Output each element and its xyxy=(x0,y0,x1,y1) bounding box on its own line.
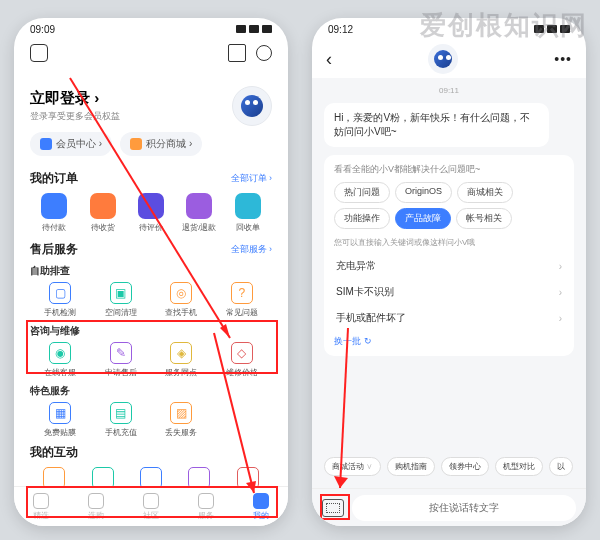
label: 退货/退款 xyxy=(182,222,216,233)
chip-points[interactable]: 积分商城 › xyxy=(120,132,202,156)
label: 待评价 xyxy=(139,222,163,233)
battery-icon xyxy=(262,25,272,33)
pill-hot[interactable]: 热门问题 xyxy=(334,182,390,203)
order-refund[interactable]: 退货/退款 xyxy=(175,193,223,233)
label: 精选 xyxy=(33,510,49,521)
chat-time: 09:11 xyxy=(324,86,574,95)
points-icon xyxy=(130,138,142,150)
orders-all-link[interactable]: 全部订单 › xyxy=(231,172,273,185)
label: 申请售后 xyxy=(105,367,137,378)
pill-mall[interactable]: 商城相关 xyxy=(457,182,513,203)
label: 在线客服 xyxy=(44,367,76,378)
more-icon[interactable]: ••• xyxy=(554,51,572,67)
after-all-link[interactable]: 全部服务 › xyxy=(231,243,273,256)
label: SIM卡不识别 xyxy=(336,285,394,299)
pill-coupon[interactable]: 领券中心 xyxy=(441,457,489,476)
group-selfcheck: 自助排查 xyxy=(30,264,272,278)
tab-service[interactable]: 服务 xyxy=(178,487,233,526)
chat-avatar[interactable] xyxy=(428,44,458,74)
tab-featured[interactable]: 精选 xyxy=(14,487,69,526)
label: 常见问题 xyxy=(226,307,258,318)
label: 充电异常 xyxy=(336,259,376,273)
chevron-right-icon: › xyxy=(559,313,562,324)
interact-icon[interactable] xyxy=(140,467,162,486)
item-find[interactable]: ◎查找手机 xyxy=(151,282,212,318)
label: 维修价格 xyxy=(226,367,258,378)
bubble-subtitle: 您可以直接输入关键词或像这样问小V哦 xyxy=(334,237,564,248)
bubble-title: 看看全能的小V都能解决什么问题吧~ xyxy=(334,163,564,176)
watermark: 爱创根知识网 xyxy=(420,8,588,43)
group-special: 特色服务 xyxy=(30,384,272,398)
status-time: 09:12 xyxy=(328,24,353,35)
label: 手机或配件坏了 xyxy=(336,311,406,325)
voice-input-button[interactable]: 按住说话转文字 xyxy=(352,495,576,521)
after-title: 售后服务 xyxy=(30,241,78,258)
avatar[interactable] xyxy=(232,86,272,126)
pill-fault[interactable]: 产品故障 xyxy=(395,208,451,229)
item-lost[interactable]: ▨丢失服务 xyxy=(151,402,212,438)
pill-function[interactable]: 功能操作 xyxy=(334,208,390,229)
status-bar: 09:09 xyxy=(14,18,288,40)
label: 社区 xyxy=(143,510,159,521)
pill-promo[interactable]: 商城活动 ∨ xyxy=(324,457,381,476)
back-icon[interactable]: ‹ xyxy=(326,49,332,70)
interact-icon[interactable] xyxy=(43,467,65,486)
item-free-film[interactable]: ▦免费贴膜 xyxy=(30,402,91,438)
item-service-point[interactable]: ◈服务网点 xyxy=(151,342,212,378)
question-charge[interactable]: 充电异常› xyxy=(334,253,564,279)
wifi-icon xyxy=(249,25,259,33)
item-online-service[interactable]: ◉在线客服 xyxy=(30,342,91,378)
input-bar: 按住说话转文字 xyxy=(312,488,586,526)
pill-originos[interactable]: OriginOS xyxy=(395,182,452,203)
tab-community[interactable]: 社区 xyxy=(124,487,179,526)
label: 回收单 xyxy=(236,222,260,233)
order-pending-receive[interactable]: 待收货 xyxy=(78,193,126,233)
phone-right: 09:12 ‹ ••• 09:11 Hi，亲爱的V粉，新年快乐！有什么问题，不妨… xyxy=(312,18,586,526)
tab-mine[interactable]: 我的 xyxy=(233,487,288,526)
item-repair-price[interactable]: ◇维修价格 xyxy=(212,342,273,378)
label: 手机检测 xyxy=(44,307,76,318)
order-pending-pay[interactable]: 待付款 xyxy=(30,193,78,233)
signal-icon xyxy=(236,25,246,33)
refresh-link[interactable]: 换一批 ↻ xyxy=(334,335,564,348)
message-icon[interactable] xyxy=(256,45,272,61)
member-icon xyxy=(40,138,52,150)
label: 待收货 xyxy=(91,222,115,233)
question-sim[interactable]: SIM卡不识别› xyxy=(334,279,564,305)
label: 空间清理 xyxy=(105,307,137,318)
interact-icon[interactable] xyxy=(188,467,210,486)
orders-title: 我的订单 xyxy=(30,170,78,187)
status-time: 09:09 xyxy=(30,24,55,35)
pill-account[interactable]: 帐号相关 xyxy=(456,208,512,229)
item-apply-after[interactable]: ✎申请售后 xyxy=(91,342,152,378)
label: 查找手机 xyxy=(165,307,197,318)
order-pending-review[interactable]: 待评价 xyxy=(127,193,175,233)
item-faq[interactable]: ?常见问题 xyxy=(212,282,273,318)
login-title[interactable]: 立即登录 › xyxy=(30,89,120,108)
pill-compare[interactable]: 机型对比 xyxy=(495,457,543,476)
pill-guide[interactable]: 购机指南 xyxy=(387,457,435,476)
item-phone-check[interactable]: ▢手机检测 xyxy=(30,282,91,318)
item-clean[interactable]: ▣空间清理 xyxy=(91,282,152,318)
interact-icon[interactable] xyxy=(237,467,259,486)
interact-icon[interactable] xyxy=(92,467,114,486)
phone-left: 09:09 立即登录 › 登录享受更多会员权益 会员中心 › 积分商城 › xyxy=(14,18,288,526)
bottom-pill-bar: 商城活动 ∨ 购机指南 领券中心 机型对比 以 xyxy=(324,453,574,480)
chat-body: 09:11 Hi，亲爱的V粉，新年快乐！有什么问题，不妨问问小V吧~ 看看全能的… xyxy=(312,78,586,488)
pill-more[interactable]: 以 xyxy=(549,457,573,476)
cart-icon[interactable] xyxy=(228,44,246,62)
chip-member[interactable]: 会员中心 › xyxy=(30,132,112,156)
chip-label: 会员中心 › xyxy=(56,137,102,151)
interact-title: 我的互动 xyxy=(30,444,78,461)
item-recharge[interactable]: ▤手机充值 xyxy=(91,402,152,438)
group-consult: 咨询与维修 xyxy=(30,324,272,338)
question-broken[interactable]: 手机或配件坏了› xyxy=(334,305,564,331)
label: 选购 xyxy=(88,510,104,521)
order-recycle[interactable]: 回收单 xyxy=(224,193,272,233)
label: 我的 xyxy=(253,510,269,521)
tab-shop[interactable]: 选购 xyxy=(69,487,124,526)
settings-icon[interactable] xyxy=(30,44,48,62)
label: 免费贴膜 xyxy=(44,427,76,438)
chevron-right-icon: › xyxy=(559,261,562,272)
keyboard-icon[interactable] xyxy=(322,499,344,517)
